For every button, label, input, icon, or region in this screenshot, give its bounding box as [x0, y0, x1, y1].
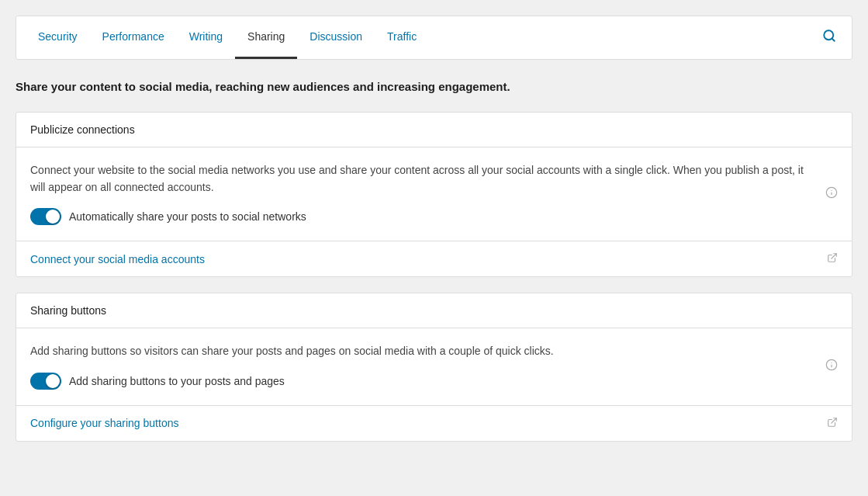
- add-sharing-buttons-label: Add sharing buttons to your posts and pa…: [69, 375, 285, 387]
- sharing-buttons-footer: Configure your sharing buttons: [16, 406, 852, 441]
- sharing-buttons-header: Sharing buttons: [16, 293, 852, 328]
- publicize-toggle-row: Automatically share your posts to social…: [30, 208, 838, 225]
- configure-sharing-link[interactable]: Configure your sharing buttons: [30, 417, 178, 429]
- tabs-list: Security Performance Writing Sharing Dis…: [26, 16, 816, 59]
- tab-traffic[interactable]: Traffic: [375, 16, 429, 59]
- sharing-buttons-description: Add sharing buttons so visitors can shar…: [30, 342, 838, 359]
- add-sharing-buttons-toggle[interactable]: [30, 373, 61, 390]
- tab-writing[interactable]: Writing: [177, 16, 235, 59]
- auto-share-toggle[interactable]: [30, 208, 61, 225]
- page-description: Share your content to social media, reac…: [16, 78, 852, 96]
- publicize-info-icon[interactable]: [825, 186, 838, 202]
- connect-social-link[interactable]: Connect your social media accounts: [30, 253, 205, 265]
- tabs-bar: Security Performance Writing Sharing Dis…: [16, 16, 852, 60]
- tab-sharing[interactable]: Sharing: [235, 16, 297, 59]
- svg-line-1: [832, 38, 834, 40]
- publicize-header: Publicize connections: [16, 113, 852, 147]
- publicize-footer: Connect your social media accounts: [16, 241, 852, 276]
- tab-discussion[interactable]: Discussion: [297, 16, 375, 59]
- search-icon: [822, 29, 836, 43]
- sharing-buttons-toggle-row: Add sharing buttons to your posts and pa…: [30, 373, 838, 390]
- connect-social-external-icon[interactable]: [827, 252, 838, 265]
- tab-security[interactable]: Security: [26, 16, 90, 59]
- configure-sharing-external-icon[interactable]: [827, 417, 838, 430]
- search-button[interactable]: [816, 23, 842, 53]
- svg-line-5: [832, 254, 836, 258]
- svg-line-9: [832, 418, 836, 422]
- publicize-body: Connect your website to the social media…: [16, 147, 852, 242]
- sharing-buttons-section: Sharing buttons Add sharing buttons so v…: [16, 293, 852, 441]
- sharing-buttons-info-icon[interactable]: [825, 359, 838, 374]
- auto-share-label: Automatically share your posts to social…: [69, 210, 306, 223]
- publicize-description: Connect your website to the social media…: [30, 161, 838, 196]
- sharing-buttons-body: Add sharing buttons so visitors can shar…: [16, 328, 852, 405]
- main-container: Security Performance Writing Sharing Dis…: [16, 16, 852, 442]
- tab-performance[interactable]: Performance: [90, 16, 177, 59]
- publicize-section: Publicize connections Connect your websi…: [16, 112, 852, 278]
